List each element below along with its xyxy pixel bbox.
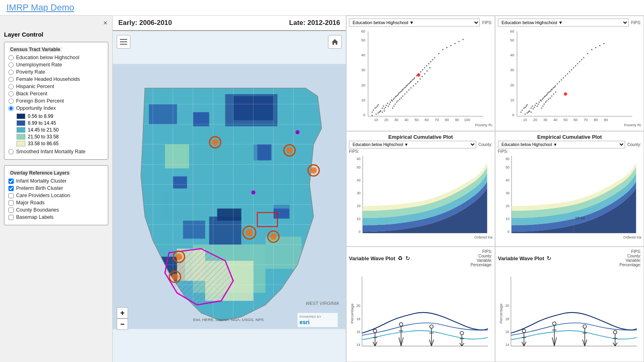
svg-text:Percentage: Percentage (350, 304, 354, 324)
census-option-3[interactable]: Female Headed Households (8, 76, 104, 82)
sidebar: × Layer Control Census Tract Variable Ed… (0, 16, 113, 362)
home-button[interactable] (328, 35, 342, 49)
svg-text:50: 50 (357, 165, 361, 169)
overlay-check-3[interactable] (8, 200, 14, 206)
svg-point-88 (373, 109, 374, 111)
svg-point-201 (533, 108, 534, 109)
main-layout: × Layer Control Census Tract Variable Ed… (0, 16, 644, 362)
svg-point-207 (524, 113, 526, 115)
close-button[interactable]: × (103, 19, 107, 27)
census-radio-7[interactable] (8, 106, 14, 111)
ecdf1-county: County: (479, 142, 492, 147)
ecdf-panel-2: Empirical Cumulative Plot Education belo… (495, 131, 644, 247)
overlay-option-4[interactable]: County Boundaries (8, 207, 104, 213)
wave-panel-2: Variable Wave Plot ↻ FIPS: County: Varia… (495, 247, 644, 362)
census-radio-3[interactable] (8, 77, 14, 82)
menu-button[interactable] (117, 35, 130, 49)
census-option-2[interactable]: Poverty Rate (8, 69, 104, 75)
wave1-variable: Variable: (471, 258, 492, 263)
app-title[interactable]: IMRP Map Demo (6, 2, 638, 13)
svg-line-318 (524, 342, 526, 346)
ecdf2-dropdown[interactable]: Education below Highschool ▼ (498, 141, 625, 148)
svg-point-166 (419, 78, 421, 80)
svg-point-149 (458, 41, 460, 42)
ecdf1-dropdown[interactable]: Education below Highschool ▼ (349, 141, 476, 148)
svg-text:60: 60 (357, 157, 361, 161)
overlay-check-5[interactable] (8, 215, 14, 220)
svg-point-123 (404, 87, 405, 88)
census-radio-0[interactable] (8, 55, 14, 60)
svg-point-320 (553, 322, 556, 325)
census-radio-1[interactable] (8, 62, 14, 68)
svg-point-160 (406, 91, 407, 93)
overlay-option-0[interactable]: Infant Mortality Cluster (8, 178, 104, 184)
census-option-5[interactable]: Black Percent (8, 91, 104, 97)
svg-point-145 (442, 49, 444, 50)
scatter1-dropdown[interactable]: Education below Highschool ▼ (349, 19, 480, 27)
svg-point-108 (372, 115, 373, 116)
census-box-label: Census Tract Variable (8, 47, 62, 52)
zoom-out-button[interactable]: − (117, 319, 128, 330)
census-option-1[interactable]: Unemployment Rate (8, 62, 104, 68)
overlay-check-0[interactable] (8, 179, 14, 184)
overlay-option-2[interactable]: Care Providers Location (8, 193, 104, 198)
census-option-0[interactable]: Education below Highschool (8, 55, 104, 60)
map-container[interactable]: WEST VIRGINIA KENTUCKY Esri, HERE, Garmi… (113, 31, 346, 362)
svg-point-143 (434, 57, 436, 58)
ecdf2-fips-row: FIPS: (498, 149, 641, 154)
svg-point-217 (545, 95, 546, 97)
svg-point-142 (432, 59, 433, 60)
svg-point-293 (399, 323, 403, 326)
svg-point-89 (374, 107, 376, 109)
svg-text:18: 18 (356, 317, 360, 321)
svg-point-60 (295, 130, 299, 134)
census-radio-4[interactable] (8, 84, 14, 89)
svg-point-118 (398, 92, 400, 93)
svg-point-239 (579, 61, 580, 62)
legend-swatch-0 (17, 113, 25, 119)
svg-text:40: 40 (553, 118, 557, 122)
zoom-in-button[interactable]: + (117, 307, 128, 319)
ohio-map-svg[interactable]: WEST VIRGINIA KENTUCKY Esri, HERE, Garmi… (113, 31, 346, 362)
overlay-check-2[interactable] (8, 193, 14, 198)
svg-point-90 (376, 107, 377, 108)
svg-point-252 (548, 99, 549, 100)
svg-point-195 (526, 105, 527, 107)
overlay-option-5[interactable]: Basemap Labels (8, 214, 104, 220)
svg-point-152 (393, 105, 394, 107)
svg-point-132 (413, 78, 414, 80)
wave1-recycle-icon[interactable]: ♻ (398, 255, 403, 261)
ecdf1-fips: FIPS: (349, 149, 359, 154)
wave1-refresh-icon[interactable]: ↻ (405, 255, 410, 261)
census-radio-2[interactable] (8, 70, 14, 75)
legend-item-0: 0.56 to 8.99 (17, 113, 104, 119)
scatter2-dropdown[interactable]: Education below Highschool ▼ (498, 19, 629, 27)
legend-swatch-3 (17, 134, 25, 140)
census-option-6[interactable]: Foreign Born Percent (8, 98, 104, 104)
svg-rect-17 (241, 177, 289, 209)
svg-point-115 (396, 95, 397, 97)
overlay-option-3[interactable]: Major Roads (8, 200, 104, 206)
census-radio-8[interactable] (8, 149, 14, 154)
svg-point-97 (384, 108, 385, 109)
census-label-0: Education below Highschool (16, 55, 79, 60)
legend-label-4: 33.58 to 86.65 (28, 141, 59, 146)
wave2-refresh-icon[interactable]: ↻ (547, 255, 551, 261)
census-option-8[interactable]: Smoothed Infant Mortality Rate (8, 149, 104, 154)
overlay-check-4[interactable] (8, 208, 14, 213)
wave2-svg: Percentage 14 16 18 20 (498, 268, 641, 359)
svg-text:18: 18 (505, 317, 509, 321)
svg-text:Percentage: Percentage (499, 304, 503, 324)
svg-point-120 (401, 90, 402, 92)
census-option-4[interactable]: Hispanic Percent (8, 84, 104, 89)
census-radio-5[interactable] (8, 91, 14, 97)
legend-group: 0.56 to 8.99 8.99 to 14.45 14.45 to 21.5… (17, 113, 104, 146)
census-radio-6[interactable] (8, 99, 14, 104)
svg-text:40: 40 (361, 53, 365, 57)
overlay-option-1[interactable]: Preterm Birth Cluster (8, 185, 104, 191)
census-option-7[interactable]: Opportunity Index (8, 105, 104, 111)
hamburger-icon (120, 39, 127, 45)
overlay-check-1[interactable] (8, 186, 14, 191)
svg-point-134 (416, 75, 417, 76)
svg-point-231 (563, 77, 564, 78)
